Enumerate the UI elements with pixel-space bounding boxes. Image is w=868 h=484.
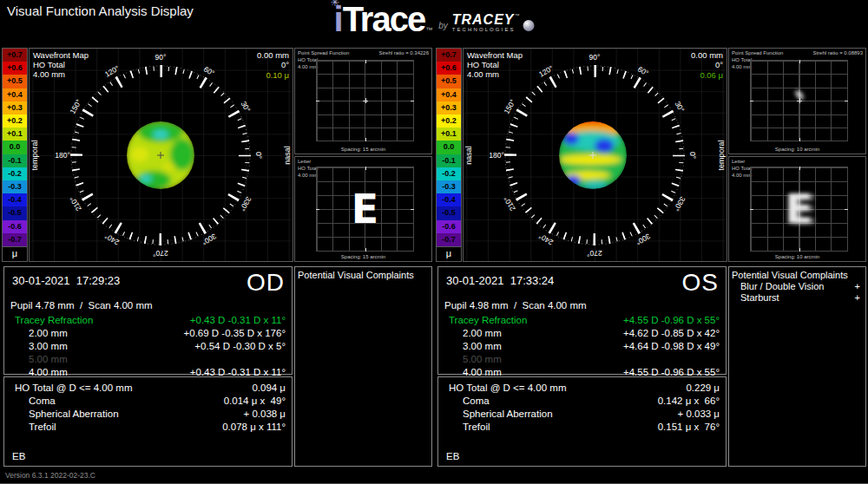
- scale-unit: μ: [437, 246, 461, 261]
- letter-grid: E: [750, 167, 848, 252]
- pupil-scan-info: Pupil 4.98 mm / Scan 4.00 mm: [444, 300, 587, 311]
- letter-chart-panel: Letter HO Total 4.00 mm E Spacing: 15 ar…: [294, 156, 432, 262]
- technologies-text: TECHNOLOGIES: [452, 27, 520, 32]
- scale-swatch: +0.1: [437, 128, 461, 141]
- scale-swatch: +0.2: [3, 114, 27, 128]
- scale-swatch: +0.7: [3, 49, 27, 62]
- psf-spot: [365, 100, 367, 102]
- tracey-refraction-row: Tracey Refraction +0.43 D -0.31 D x 11°: [4, 315, 292, 328]
- eye-label: OS: [682, 269, 719, 297]
- tracey-text: TRACEY: [452, 13, 515, 26]
- psf-grid: [750, 60, 848, 141]
- os-complaints-panel: Potential Visual Complaints Blur / Doubl…: [728, 266, 866, 467]
- side-label-nasal: nasal: [464, 146, 473, 165]
- scale-swatch: +0.7: [437, 49, 461, 62]
- scale-swatch: -0.5: [437, 206, 461, 219]
- scale-swatch: -0.6: [437, 220, 461, 233]
- scan-datetime: 30-01-2021 17:33:24: [446, 274, 554, 287]
- letter-chart-panel: Letter HO Total 4.00 mm E Spacing: 10 ar…: [728, 156, 866, 262]
- refraction-row: 2.00 mm +0.69 D -0.35 D x 176°: [4, 328, 292, 341]
- scale-swatch: -0.6: [3, 220, 27, 233]
- tracey-refraction-row: Tracey Refraction +4.55 D -0.96 D x 55°: [438, 315, 726, 328]
- complaints-title: Potential Visual Complaints: [732, 270, 848, 280]
- scale-swatch: -0.2: [3, 167, 27, 180]
- od-panel: +0.7 +0.6 +0.5 +0.4 +0.3 +0.2 +0.1 0.0 -…: [2, 48, 433, 467]
- tracey-logo: TRACEY ™ TECHNOLOGIES: [452, 13, 520, 32]
- scale-swatch: +0.4: [3, 88, 27, 101]
- tracey-trademark: ™: [515, 13, 520, 18]
- scale-swatch: +0.6: [437, 62, 461, 75]
- map-title: Wavefront Map HO Total 4.00 mm: [33, 50, 89, 80]
- trefoil-row: Trefoil 0.151 μ x 76°: [438, 422, 726, 435]
- spherical-aberration-row: Spherical Aberration + 0.033 μ: [438, 409, 726, 422]
- angle-label: 90°: [155, 53, 167, 62]
- page-title: Visual Function Analysis Display: [7, 3, 194, 18]
- os-info-box: 30-01-2021 17:33:24 OS Pupil 4.98 mm / S…: [437, 266, 727, 375]
- spherical-aberration-row: Spherical Aberration + 0.038 μ: [4, 409, 292, 422]
- scale-swatch: +0.3: [437, 101, 461, 114]
- ho-total-row: HO Total @ D <= 4.00 mm 0.094 μ: [4, 383, 292, 396]
- scale-swatch: 0.0: [3, 141, 27, 154]
- scale-swatch: -0.7: [3, 233, 27, 246]
- scale-swatch: +0.1: [3, 128, 27, 141]
- coma-row: Coma 0.142 μ x 66°: [438, 396, 726, 409]
- logo-i: ✳ i: [334, 2, 343, 36]
- letter-grid: E: [316, 167, 414, 252]
- refraction-row-disabled: 5.00 mm: [438, 354, 726, 367]
- starburst-icon: ✳: [331, 0, 340, 9]
- os-ho-box: HO Total @ D <= 4.00 mm 0.229 μ Coma 0.1…: [437, 376, 727, 467]
- cursor-readout: 0.00 mm 0° 0.06 μ: [691, 50, 723, 80]
- scan-datetime: 30-01-2021 17:29:23: [12, 274, 120, 287]
- scale-swatch: -0.3: [437, 180, 461, 193]
- scale-swatch: +0.3: [3, 101, 27, 114]
- spacing-caption: Spacing: 15 arcmin: [295, 254, 431, 259]
- angle-label: 270°: [587, 249, 602, 258]
- trefoil-row: Trefoil 0.078 μ x 111°: [4, 422, 292, 435]
- scale-swatch: +0.5: [3, 75, 27, 88]
- version-text: Version 6.3.1 2022-02-23.C: [5, 471, 95, 480]
- angle-label: 90°: [589, 53, 601, 62]
- scale-swatch: -0.5: [3, 206, 27, 219]
- strehl-ratio: Strehl ratio = 0.34226: [378, 50, 429, 56]
- visual-function-analysis-display: Visual Function Analysis Display ✳ i Tra…: [0, 0, 868, 484]
- cursor-readout: 0.00 mm 0° 0.10 μ: [257, 50, 289, 80]
- wavefront-map-panel: Wavefront Map HO Total 4.00 mm 0.00 mm 0…: [29, 48, 293, 262]
- od-ho-box: HO Total @ D <= 4.00 mm 0.094 μ Coma 0.0…: [3, 376, 293, 467]
- scale-swatch: -0.3: [3, 180, 27, 193]
- simulated-letter: E: [751, 167, 847, 251]
- scale-swatch: 0.0: [437, 141, 461, 154]
- spacing-caption: Spacing: 10 arcmin: [729, 147, 865, 152]
- scale-swatch: -0.1: [437, 154, 461, 167]
- strehl-ratio: Strehl ratio = 0.08893: [812, 50, 863, 56]
- complaints-title: Potential Visual Complaints: [298, 270, 414, 280]
- refraction-row: 3.00 mm +0.54 D -0.30 D x 5°: [4, 341, 292, 354]
- psf-grid: [316, 60, 414, 141]
- operator-initials: EB: [446, 451, 459, 461]
- scale-swatch: -0.4: [437, 193, 461, 206]
- scale-swatch: +0.4: [437, 88, 461, 101]
- scale-swatch: +0.2: [437, 114, 461, 128]
- angle-label: 0°: [254, 152, 263, 159]
- scale-swatch: +0.5: [437, 75, 461, 88]
- letter-title: Letter HO Total 4.00 mm: [298, 159, 318, 179]
- point-spread-function-panel: Point Spread Function HO Total 4.00 mm S…: [294, 48, 432, 154]
- ho-total-row: HO Total @ D <= 4.00 mm 0.229 μ: [438, 383, 726, 396]
- operator-initials: EB: [12, 451, 25, 461]
- pupil-scan-info: Pupil 4.78 mm / Scan 4.00 mm: [10, 300, 153, 311]
- scale-swatch: -0.2: [437, 167, 461, 180]
- complaint-item: Blur / Double Vision +: [729, 281, 865, 292]
- od-info-box: 30-01-2021 17:29:23 OD Pupil 4.78 mm / S…: [3, 266, 293, 375]
- scale-swatch: -0.7: [437, 233, 461, 246]
- angle-label: 270°: [153, 249, 168, 258]
- point-spread-function-panel: Point Spread Function HO Total 4.00 mm S…: [728, 48, 866, 154]
- od-complaints-panel: Potential Visual Complaints: [294, 266, 432, 467]
- spacing-caption: Spacing: 15 arcmin: [295, 147, 431, 152]
- os-panel: +0.7 +0.6 +0.5 +0.4 +0.3 +0.2 +0.1 0.0 -…: [436, 48, 867, 467]
- scale-swatch: +0.6: [3, 62, 27, 75]
- logo-by-text: by: [438, 21, 448, 30]
- wavefront-map-panel: Wavefront Map HO Total 4.00 mm 0.00 mm 0…: [463, 48, 727, 262]
- spacing-caption: Spacing: 10 arcmin: [729, 254, 865, 259]
- scale-swatch: -0.1: [3, 154, 27, 167]
- angle-label: 180°: [55, 151, 70, 160]
- scale-swatch: -0.4: [3, 193, 27, 206]
